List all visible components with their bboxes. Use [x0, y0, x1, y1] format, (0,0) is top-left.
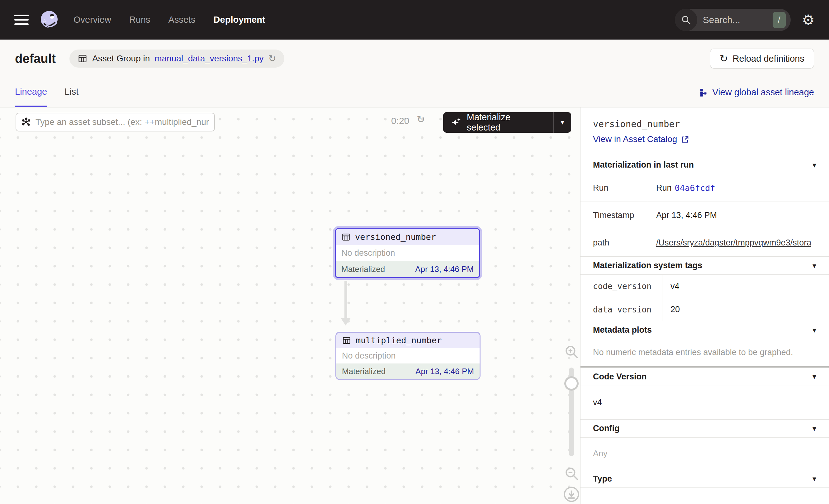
external-link-icon — [681, 135, 689, 144]
sparkle-icon — [450, 117, 462, 128]
table-row-run: Run Run 04a6fcdf — [580, 174, 829, 202]
asset-node-status: Materialized — [342, 367, 386, 376]
nav-item-overview[interactable]: Overview — [73, 15, 111, 25]
chevron-down-icon — [813, 425, 816, 432]
lineage-graph-icon — [699, 88, 708, 97]
chevron-down-icon — [813, 262, 816, 269]
row-label: path — [580, 229, 648, 256]
asset-node-multiplied-number[interactable]: multiplied_number No description Materia… — [335, 332, 480, 380]
download-view-icon[interactable] — [563, 486, 580, 503]
asset-node-name: versioned_number — [355, 232, 436, 242]
asset-node-status: Materialized — [341, 264, 385, 274]
lineage-canvas[interactable]: 0:20 Materialize selected versioned_numb… — [0, 107, 580, 504]
materialize-selected-label: Materialize selected — [467, 112, 546, 133]
asset-group-icon — [77, 53, 87, 64]
section-heading: Code Version — [593, 372, 647, 382]
asset-subset-input[interactable] — [36, 117, 209, 127]
view-global-asset-lineage-link[interactable]: View global asset lineage — [699, 78, 814, 107]
run-prefix: Run — [656, 183, 672, 193]
graph-refresh-icon[interactable] — [417, 114, 425, 124]
reload-definitions-button[interactable]: Reload definitions — [710, 48, 814, 69]
asset-group-file-link[interactable]: manual_data_versions_1.py — [154, 53, 263, 64]
section-materialization-system-tags[interactable]: Materialization system tags — [580, 256, 829, 275]
search-shortcut-badge: / — [772, 12, 786, 28]
asset-node-versioned-number[interactable]: versioned_number No description Material… — [335, 228, 480, 278]
view-tabs: Lineage List View global asset lineage — [15, 78, 814, 107]
dagster-logo-icon[interactable] — [39, 10, 59, 30]
refresh-timer: 0:20 — [391, 115, 409, 126]
nav-item-deployment[interactable]: Deployment — [214, 15, 265, 25]
nav-item-runs[interactable]: Runs — [129, 15, 150, 25]
asset-node-name: multiplied_number — [356, 335, 442, 345]
zoom-slider-handle[interactable] — [564, 376, 579, 391]
tab-lineage[interactable]: Lineage — [15, 78, 47, 107]
materialize-dropdown-button[interactable] — [554, 119, 571, 126]
row-label: Timestamp — [580, 202, 648, 229]
section-heading: Materialization in last run — [593, 160, 694, 170]
metadata-plots-empty-message: No numeric metadata entries available to… — [580, 339, 829, 366]
chevron-down-icon — [813, 326, 816, 334]
zoom-in-icon[interactable] — [564, 344, 579, 359]
chip-refresh-icon[interactable] — [268, 54, 276, 63]
chevron-down-icon — [813, 475, 816, 482]
table-row-timestamp: Timestamp Apr 13, 4:46 PM — [580, 202, 829, 229]
asset-details-panel: versioned_number View in Asset Catalog M… — [580, 107, 829, 504]
hamburger-menu-icon[interactable] — [14, 15, 29, 25]
section-heading: Metadata plots — [593, 325, 652, 335]
section-code-version[interactable]: Code Version — [580, 367, 829, 386]
section-config[interactable]: Config — [580, 419, 829, 437]
view-global-asset-lineage-label: View global asset lineage — [712, 87, 814, 98]
asset-node-description: No description — [336, 348, 479, 363]
settings-gear-icon[interactable] — [802, 13, 815, 27]
asset-group-chip-label: Asset Group in — [92, 53, 150, 64]
code-version-value: v4 — [580, 386, 829, 419]
section-materialization-in-last-run[interactable]: Materialization in last run — [580, 156, 829, 174]
materialize-selected-button[interactable]: Materialize selected — [443, 112, 571, 133]
chevron-down-icon — [561, 119, 564, 126]
chevron-down-icon — [813, 161, 816, 169]
tag-value: 20 — [662, 298, 829, 321]
table-row-path: path /Users/sryza/dagster/tmppvqwm9e3/st… — [580, 229, 829, 256]
asset-group-chip[interactable]: Asset Group in manual_data_versions_1.py — [69, 49, 284, 68]
last-run-table: Run Run 04a6fcdf Timestamp Apr 13, 4:46 … — [580, 174, 829, 256]
asset-subset-filter[interactable] — [15, 113, 215, 132]
asset-node-timestamp-link[interactable]: Apr 13, 4:46 PM — [415, 264, 474, 274]
search-icon — [675, 9, 697, 31]
table-row-data-version: data_version 20 — [580, 298, 829, 321]
view-in-asset-catalog-label: View in Asset Catalog — [593, 134, 677, 144]
section-type[interactable]: Type — [580, 470, 829, 488]
main-nav: Overview Runs Assets Deployment — [73, 15, 265, 25]
zoom-out-icon[interactable] — [564, 466, 579, 481]
lineage-edge-arrowhead — [341, 318, 351, 325]
panel-asset-title: versioned_number — [593, 119, 816, 129]
path-link[interactable]: /Users/sryza/dagster/tmppvqwm9e3/stora — [656, 238, 811, 248]
table-icon — [341, 232, 351, 242]
section-heading: Config — [593, 424, 619, 433]
op-selector-icon — [21, 117, 31, 127]
tag-value: v4 — [662, 275, 829, 298]
page-title: default — [15, 52, 56, 66]
search-input[interactable] — [697, 15, 772, 25]
reload-definitions-label: Reload definitions — [732, 53, 804, 64]
lineage-edge — [345, 281, 347, 318]
system-tags-table: code_version v4 data_version 20 — [580, 275, 829, 321]
page-header: default Asset Group in manual_data_versi… — [0, 40, 829, 107]
reload-icon — [720, 53, 728, 64]
chevron-down-icon — [813, 373, 816, 380]
view-in-asset-catalog-link[interactable]: View in Asset Catalog — [593, 134, 689, 144]
tag-key: code_version — [580, 275, 662, 298]
table-icon — [342, 336, 351, 345]
tag-key: data_version — [580, 298, 662, 321]
section-heading: Materialization system tags — [593, 261, 702, 271]
section-heading: Type — [593, 474, 612, 484]
table-row-code-version: code_version v4 — [580, 275, 829, 298]
asset-node-timestamp-link[interactable]: Apr 13, 4:46 PM — [416, 367, 474, 376]
nav-item-assets[interactable]: Assets — [169, 15, 195, 25]
run-id-link[interactable]: 04a6fcdf — [675, 183, 715, 193]
global-search[interactable]: / — [675, 9, 791, 31]
timestamp-value: Apr 13, 4:46 PM — [648, 202, 829, 229]
section-metadata-plots[interactable]: Metadata plots — [580, 321, 829, 339]
row-label: Run — [580, 174, 648, 202]
tab-list[interactable]: List — [65, 78, 78, 107]
config-value: Any — [580, 437, 829, 470]
